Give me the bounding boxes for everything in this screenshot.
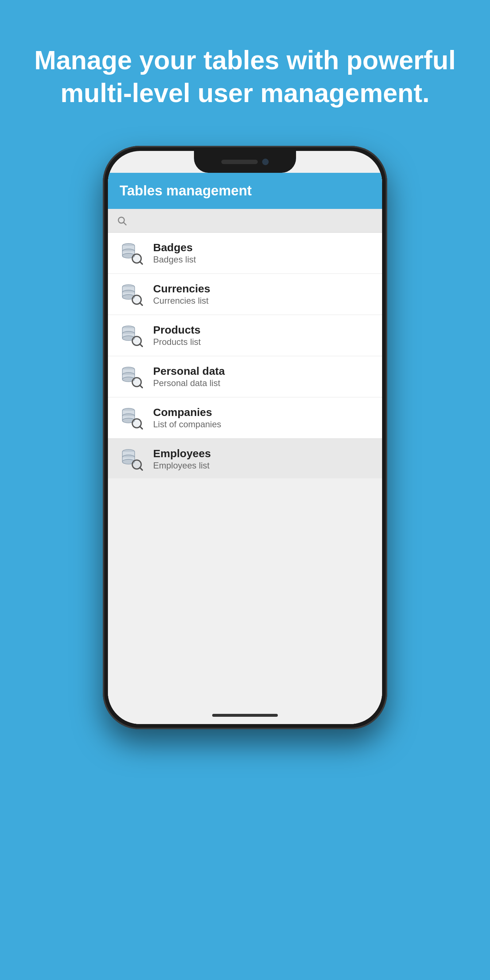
item-title-badges: Badges [153,241,196,254]
item-text-employees: Employees Employees list [153,447,211,471]
item-text-currencies: Currencies Currencies list [153,283,210,306]
phone-notch [194,151,296,173]
item-text-products: Products Products list [153,324,201,347]
db-icon-personal-data [118,363,145,390]
item-subtitle-companies: List of companies [153,419,221,430]
list-item-personal-data[interactable]: Personal data Personal data list [108,356,382,398]
phone-mockup: Tables management [103,146,387,729]
list-item-currencies[interactable]: Currencies Currencies list [108,274,382,315]
svg-line-47 [140,385,143,388]
item-title-companies: Companies [153,406,221,418]
item-title-employees: Employees [153,447,211,460]
item-subtitle-badges: Badges list [153,255,196,265]
search-input[interactable] [131,215,373,226]
camera [262,159,269,165]
list-item-companies[interactable]: Companies List of companies [108,398,382,439]
home-indicator [212,714,278,717]
db-icon-companies [118,405,145,431]
phone-screen: Tables management [108,151,382,724]
list-item-employees[interactable]: Employees Employees list [108,439,382,478]
speaker [221,160,258,164]
svg-line-56 [140,426,143,430]
item-subtitle-products: Products list [153,337,201,347]
svg-line-65 [140,468,143,471]
bottom-spacer [108,478,382,724]
db-icon-badges [118,240,145,266]
phone-shell: Tables management [103,146,387,729]
db-icon-products [118,322,145,348]
app-screen: Tables management [108,173,382,724]
db-icon-employees [118,446,145,472]
item-title-products: Products [153,324,201,336]
svg-line-20 [140,262,143,265]
item-text-companies: Companies List of companies [153,406,221,430]
svg-line-38 [140,344,143,347]
item-title-currencies: Currencies [153,283,210,295]
item-subtitle-personal-data: Personal data list [153,378,225,388]
svg-line-11 [124,223,126,224]
item-title-personal-data: Personal data [153,365,225,377]
table-list: Badges Badges list [108,232,382,478]
app-header: Tables management [108,173,382,209]
search-bar[interactable] [108,209,382,232]
app-title: Tables management [119,183,252,198]
item-subtitle-currencies: Currencies list [153,296,210,306]
item-text-badges: Badges Badges list [153,241,196,265]
item-subtitle-employees: Employees list [153,460,211,471]
search-icon [117,215,127,226]
list-item-products[interactable]: Products Products list [108,315,382,356]
list-item-badges[interactable]: Badges Badges list [108,232,382,274]
svg-line-29 [140,303,143,306]
item-text-personal-data: Personal data Personal data list [153,365,225,388]
hero-text: Manage your tables with powerful multi-l… [0,0,490,138]
db-icon-currencies [118,281,145,307]
hero-section: Manage your tables with powerful multi-l… [0,0,490,138]
